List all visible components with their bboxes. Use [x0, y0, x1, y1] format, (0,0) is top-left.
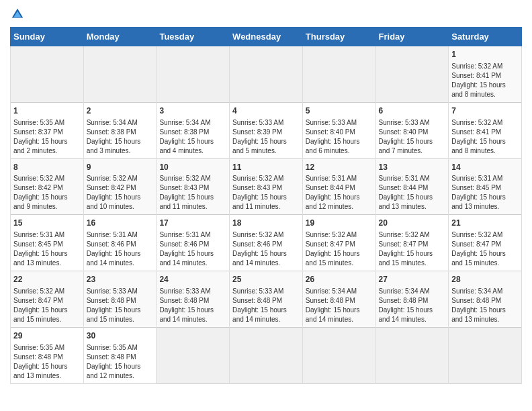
calendar-cell — [230, 327, 303, 383]
day-number: 11 — [232, 162, 300, 173]
calendar-cell: 28Sunrise: 5:34 AMSunset: 8:48 PMDayligh… — [449, 271, 522, 328]
day-header-friday: Friday — [375, 28, 449, 46]
day-number: 16 — [87, 218, 154, 229]
calendar-cell: 7Sunrise: 5:32 AMSunset: 8:41 PMDaylight… — [449, 102, 522, 158]
calendar-cell: 15Sunrise: 5:31 AMSunset: 8:45 PMDayligh… — [11, 215, 84, 271]
day-number: 1 — [13, 105, 81, 117]
calendar-header-row: SundayMondayTuesdayWednesdayThursdayFrid… — [11, 28, 522, 46]
calendar-cell: 19Sunrise: 5:32 AMSunset: 8:47 PMDayligh… — [302, 215, 375, 271]
calendar-cell: 26Sunrise: 5:34 AMSunset: 8:48 PMDayligh… — [302, 271, 375, 328]
calendar-cell: 8Sunrise: 5:32 AMSunset: 8:42 PMDaylight… — [11, 158, 84, 215]
calendar-cell: 20Sunrise: 5:32 AMSunset: 8:47 PMDayligh… — [375, 215, 449, 271]
calendar-cell — [230, 46, 303, 103]
day-number: 12 — [306, 162, 373, 173]
day-number: 13 — [379, 162, 446, 173]
day-header-wednesday: Wednesday — [230, 28, 303, 46]
day-number: 25 — [232, 274, 300, 285]
calendar-cell: 27Sunrise: 5:34 AMSunset: 8:48 PMDayligh… — [375, 271, 449, 328]
day-number: 9 — [87, 162, 154, 173]
week-row-1: 1Sunrise: 5:32 AMSunset: 8:41 PMDaylight… — [11, 46, 522, 103]
calendar-cell: 1Sunrise: 5:35 AMSunset: 8:37 PMDaylight… — [11, 102, 84, 158]
day-number: 26 — [306, 274, 373, 285]
calendar-cell — [157, 46, 230, 103]
calendar-cell: 6Sunrise: 5:33 AMSunset: 8:40 PMDaylight… — [375, 102, 449, 158]
day-number: 8 — [13, 162, 81, 173]
day-number: 19 — [306, 218, 373, 229]
day-number: 27 — [379, 274, 446, 285]
day-number: 18 — [232, 218, 300, 229]
day-number: 30 — [87, 330, 154, 342]
calendar-cell: 14Sunrise: 5:31 AMSunset: 8:45 PMDayligh… — [449, 158, 522, 215]
calendar-table: SundayMondayTuesdayWednesdayThursdayFrid… — [10, 27, 522, 384]
calendar-cell: 12Sunrise: 5:31 AMSunset: 8:44 PMDayligh… — [302, 158, 375, 215]
day-number: 2 — [87, 105, 154, 117]
calendar-cell: 10Sunrise: 5:32 AMSunset: 8:43 PMDayligh… — [157, 158, 230, 215]
day-number: 28 — [451, 274, 519, 285]
day-header-thursday: Thursday — [302, 28, 375, 46]
calendar-cell: 16Sunrise: 5:31 AMSunset: 8:46 PMDayligh… — [83, 215, 157, 271]
calendar-cell: 2Sunrise: 5:34 AMSunset: 8:38 PMDaylight… — [83, 102, 157, 158]
week-row-3: 8Sunrise: 5:32 AMSunset: 8:42 PMDaylight… — [11, 158, 522, 215]
calendar-cell — [157, 327, 230, 383]
week-row-6: 29Sunrise: 5:35 AMSunset: 8:48 PMDayligh… — [11, 327, 522, 383]
day-number: 3 — [159, 105, 226, 117]
calendar-cell: 3Sunrise: 5:34 AMSunset: 8:38 PMDaylight… — [157, 102, 230, 158]
calendar-cell: 29Sunrise: 5:35 AMSunset: 8:48 PMDayligh… — [11, 327, 84, 383]
calendar-cell: 5Sunrise: 5:33 AMSunset: 8:40 PMDaylight… — [302, 102, 375, 158]
calendar-cell: 4Sunrise: 5:33 AMSunset: 8:39 PMDaylight… — [230, 102, 303, 158]
day-number: 20 — [379, 218, 446, 229]
calendar-cell — [449, 327, 522, 383]
calendar-cell — [11, 46, 84, 103]
day-number: 23 — [87, 274, 154, 285]
day-number: 4 — [232, 105, 300, 117]
calendar-cell: 9Sunrise: 5:32 AMSunset: 8:42 PMDaylight… — [83, 158, 157, 215]
calendar-cell — [375, 46, 449, 103]
day-number: 17 — [159, 218, 226, 229]
calendar-cell: 21Sunrise: 5:32 AMSunset: 8:47 PMDayligh… — [449, 215, 522, 271]
calendar-cell — [375, 327, 449, 383]
day-header-monday: Monday — [83, 28, 157, 46]
week-row-2: 1Sunrise: 5:35 AMSunset: 8:37 PMDaylight… — [11, 102, 522, 158]
day-number: 6 — [379, 105, 446, 117]
calendar-cell — [302, 46, 375, 103]
day-number: 22 — [13, 274, 81, 285]
day-number: 7 — [451, 105, 519, 117]
day-number: 14 — [451, 162, 519, 173]
calendar-cell: 17Sunrise: 5:31 AMSunset: 8:46 PMDayligh… — [157, 215, 230, 271]
logo — [10, 7, 28, 21]
calendar-cell: 1Sunrise: 5:32 AMSunset: 8:41 PMDaylight… — [449, 46, 522, 103]
calendar-cell — [83, 46, 157, 103]
calendar-cell: 25Sunrise: 5:33 AMSunset: 8:48 PMDayligh… — [230, 271, 303, 328]
week-row-4: 15Sunrise: 5:31 AMSunset: 8:45 PMDayligh… — [11, 215, 522, 271]
calendar-cell: 30Sunrise: 5:35 AMSunset: 8:48 PMDayligh… — [83, 327, 157, 383]
day-header-tuesday: Tuesday — [157, 28, 230, 46]
day-number: 29 — [13, 330, 81, 342]
calendar-cell: 23Sunrise: 5:33 AMSunset: 8:48 PMDayligh… — [83, 271, 157, 328]
logo-icon — [10, 7, 25, 21]
day-number: 1 — [451, 49, 519, 60]
calendar-cell: 18Sunrise: 5:32 AMSunset: 8:46 PMDayligh… — [230, 215, 303, 271]
calendar-cell: 13Sunrise: 5:31 AMSunset: 8:44 PMDayligh… — [375, 158, 449, 215]
day-number: 15 — [13, 218, 81, 229]
calendar-cell: 11Sunrise: 5:32 AMSunset: 8:43 PMDayligh… — [230, 158, 303, 215]
day-header-sunday: Sunday — [11, 28, 84, 46]
day-number: 21 — [451, 218, 519, 229]
day-header-saturday: Saturday — [449, 28, 522, 46]
header — [10, 7, 522, 21]
day-number: 10 — [159, 162, 226, 173]
day-number: 5 — [306, 105, 373, 117]
page-container: SundayMondayTuesdayWednesdayThursdayFrid… — [0, 0, 532, 391]
week-row-5: 22Sunrise: 5:32 AMSunset: 8:47 PMDayligh… — [11, 271, 522, 328]
calendar-cell: 22Sunrise: 5:32 AMSunset: 8:47 PMDayligh… — [11, 271, 84, 328]
calendar-cell — [302, 327, 375, 383]
calendar-cell: 24Sunrise: 5:33 AMSunset: 8:48 PMDayligh… — [157, 271, 230, 328]
day-number: 24 — [159, 274, 226, 285]
